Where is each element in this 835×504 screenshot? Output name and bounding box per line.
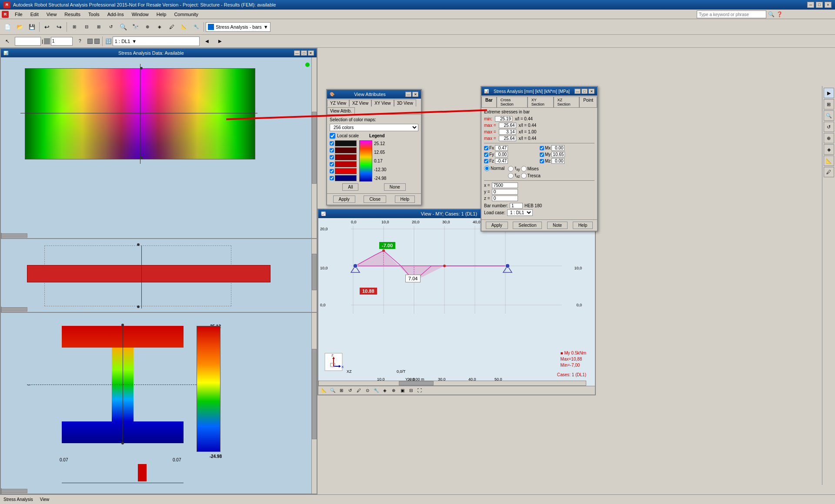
view-tb-btn11[interactable]: ⊟	[407, 387, 415, 395]
my-checkbox[interactable]	[540, 153, 544, 157]
zoom-out-btn[interactable]: 🔭	[130, 21, 141, 33]
new-btn[interactable]: 📄	[2, 21, 13, 33]
tresca-radio[interactable]	[521, 173, 527, 179]
tab-xy-view[interactable]: XY View	[371, 99, 394, 106]
all-btn[interactable]: All	[342, 183, 358, 191]
rsb-btn6[interactable]: ◈	[824, 144, 834, 155]
menu-window[interactable]: Window	[128, 11, 152, 18]
swatch-cb-4[interactable]	[330, 162, 334, 166]
redo-btn[interactable]: ↪	[53, 21, 65, 33]
h-scrollbar-thumb-top[interactable]	[1, 233, 27, 238]
fy-checkbox[interactable]	[484, 153, 488, 157]
view-tb-btn10[interactable]: ▣	[398, 387, 406, 395]
view-tb-btn4[interactable]: ↺	[346, 387, 354, 395]
load-case-select[interactable]: 1 : DL1	[507, 209, 533, 216]
search-input[interactable]	[697, 10, 766, 18]
tb-btn9[interactable]: 🖊	[166, 21, 177, 33]
rsb-btn8[interactable]: 🖊	[824, 167, 834, 177]
tab-xy-section[interactable]: XY Section	[528, 96, 554, 107]
menu-file[interactable]: File	[11, 11, 26, 18]
tab-3d-view[interactable]: 3D View	[394, 99, 416, 106]
view-btn1[interactable]	[87, 39, 93, 44]
v-scrollbar-thumb-top[interactable]	[312, 112, 317, 184]
help-btn[interactable]: ?	[74, 36, 86, 47]
view-tb-btn6[interactable]: ⊙	[364, 387, 371, 395]
minimize-btn[interactable]: ─	[807, 2, 814, 8]
panel-maximize-btn[interactable]: □	[301, 50, 307, 56]
panel-close-btn[interactable]: ✕	[308, 50, 314, 56]
v-scrollbar-thumb-btm[interactable]	[312, 349, 317, 439]
help-icon[interactable]: ❓	[776, 11, 783, 17]
rsb-btn4[interactable]: ↺	[824, 122, 834, 132]
mz-checkbox[interactable]	[540, 159, 544, 163]
view-tb-btn12[interactable]: ⛶	[416, 387, 424, 395]
rsb-btn1[interactable]: ▶	[824, 88, 834, 98]
txz-radio[interactable]	[508, 173, 514, 179]
panel-minimize-btn[interactable]: —	[294, 50, 300, 56]
bar-number-input[interactable]	[510, 203, 523, 209]
tb-btn5[interactable]: ⊞	[93, 21, 104, 33]
swatch-cb-3[interactable]	[330, 155, 334, 159]
results-maximize-btn[interactable]: □	[581, 89, 588, 94]
tab-yz-view[interactable]: YZ View	[327, 99, 349, 107]
h-scrollbar-top[interactable]	[1, 233, 2, 238]
note-btn[interactable]: Note	[547, 222, 568, 229]
color-map-select[interactable]: 256 colors	[330, 124, 418, 131]
menu-addins[interactable]: Add-Ins	[104, 11, 127, 18]
v-scrollbar-mid[interactable]	[311, 239, 317, 312]
view-tb-btn5[interactable]: 🖊	[355, 387, 363, 395]
select-btn[interactable]: ↖	[2, 36, 13, 47]
save-btn[interactable]: 💾	[26, 21, 37, 33]
tb-btn8[interactable]: ◈	[154, 21, 165, 33]
normal-radio[interactable]	[484, 166, 490, 171]
menu-results[interactable]: Results	[61, 11, 84, 18]
view-tb-btn9[interactable]: ⊕	[390, 387, 397, 395]
rsb-btn5[interactable]: ⊕	[824, 133, 834, 143]
maximize-btn[interactable]: □	[816, 2, 823, 8]
fz-checkbox[interactable]	[484, 159, 488, 163]
tb-btn6[interactable]: ↺	[105, 21, 117, 33]
rsb-btn2[interactable]: ⊞	[824, 99, 834, 109]
help-btn-results[interactable]: Help	[573, 222, 593, 229]
mises-radio[interactable]	[521, 166, 527, 172]
menu-tools[interactable]: Tools	[85, 11, 103, 18]
help-btn-view-attr[interactable]: Help	[395, 196, 415, 203]
view-btn2[interactable]	[94, 39, 100, 44]
mx-checkbox[interactable]	[540, 146, 544, 150]
tab-view-attrib[interactable]: View Attrib.	[327, 107, 355, 114]
view-h-scrollbar[interactable]	[318, 381, 586, 386]
txy-radio[interactable]	[508, 166, 514, 172]
swatch-cb-2[interactable]	[330, 148, 334, 153]
results-close-btn[interactable]: ✕	[588, 89, 595, 94]
none-btn[interactable]: None	[384, 183, 406, 191]
zoom-in-btn[interactable]: 🔍	[117, 21, 129, 33]
rsb-btn3[interactable]: 🔍	[824, 110, 834, 121]
swatch-cb-1[interactable]	[330, 141, 334, 146]
view-h-scrollbar-thumb[interactable]	[399, 381, 434, 385]
tb-btn7[interactable]: ⊕	[142, 21, 153, 33]
x-coord-input[interactable]	[492, 182, 518, 188]
tab-xz-view[interactable]: XZ View	[349, 99, 371, 106]
tab-xz-section[interactable]: XZ Section	[554, 96, 580, 107]
y-coord-input[interactable]	[492, 189, 518, 195]
v-scrollbar-top[interactable]	[311, 57, 317, 238]
swatch-cb-6[interactable]	[330, 176, 334, 180]
tb-btn4[interactable]: ⊟	[81, 21, 92, 33]
search-icon[interactable]: 🔍	[768, 11, 775, 17]
tb-btn3[interactable]: ⊞	[69, 21, 80, 33]
view-tb-btn3[interactable]: ⊞	[337, 387, 345, 395]
tab-cross-section[interactable]: Cross Section	[497, 96, 528, 107]
undo-btn[interactable]: ↩	[41, 21, 53, 33]
menu-community[interactable]: Community	[170, 11, 202, 18]
close-btn-view-attr[interactable]: Close	[364, 196, 386, 203]
tb-btn11[interactable]: 🔧	[190, 21, 202, 33]
view-tb-btn7[interactable]: 🔧	[372, 387, 380, 395]
swatch-cb-5[interactable]	[330, 169, 334, 173]
menu-help[interactable]: Help	[153, 11, 170, 18]
rsb-btn7[interactable]: 📐	[824, 156, 834, 166]
apply-btn-results[interactable]: Apply	[486, 222, 508, 229]
v-scrollbar-thumb-mid[interactable]	[312, 254, 317, 290]
h-scrollbar-mid[interactable]	[1, 307, 2, 312]
tab-bar[interactable]: Bar	[481, 96, 497, 107]
analysis-type-dropdown[interactable]: Stress Analysis - bars ▼	[206, 22, 271, 32]
